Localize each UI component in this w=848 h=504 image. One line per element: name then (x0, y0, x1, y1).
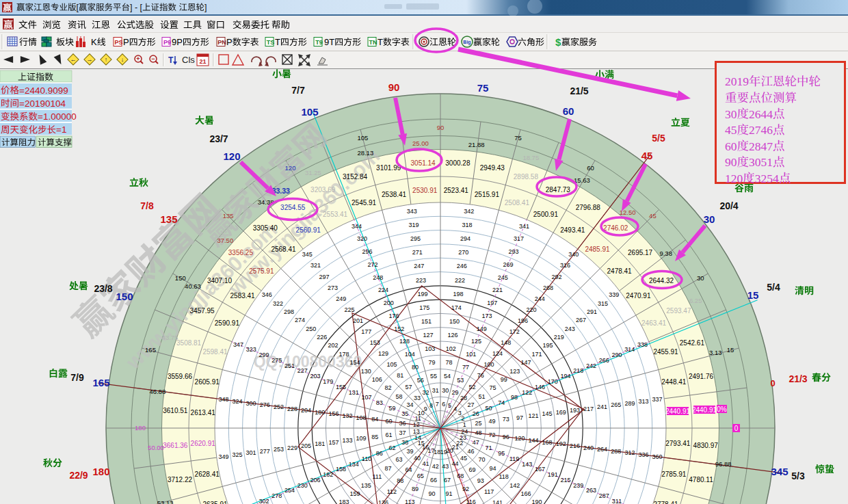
svg-text:193: 193 (570, 407, 580, 414)
svg-text:317: 317 (514, 235, 524, 242)
svg-text:301: 301 (246, 449, 256, 456)
svg-text:180: 180 (135, 424, 146, 432)
svg-text:39: 39 (407, 448, 414, 455)
svg-text:25: 25 (475, 420, 481, 427)
svg-text:116: 116 (466, 499, 476, 504)
svg-text:45: 45 (641, 150, 653, 161)
svg-text:241: 241 (597, 403, 607, 410)
svg-text:2448.41: 2448.41 (661, 378, 687, 386)
svg-text:172: 172 (509, 328, 520, 335)
svg-text:323: 323 (246, 346, 256, 353)
svg-text:2796.88: 2796.88 (576, 204, 601, 211)
svg-text:181: 181 (315, 440, 325, 447)
svg-text:273: 273 (328, 284, 338, 291)
svg-text:299: 299 (259, 352, 269, 358)
svg-text:55: 55 (430, 373, 437, 380)
svg-text:65: 65 (417, 473, 424, 479)
svg-text:166: 166 (520, 490, 531, 497)
svg-text:338: 338 (637, 341, 648, 348)
svg-text:2644.32: 2644.32 (649, 277, 674, 284)
svg-text:99: 99 (501, 376, 507, 383)
svg-text:245: 245 (498, 274, 508, 281)
svg-text:77: 77 (462, 364, 469, 371)
svg-text:0%: 0% (717, 406, 727, 413)
svg-text:2583.41: 2583.41 (230, 292, 256, 300)
svg-text:290: 290 (611, 352, 622, 358)
svg-text:102: 102 (446, 345, 456, 352)
svg-text:217: 217 (583, 406, 594, 412)
svg-text:60: 60 (725, 140, 737, 153)
svg-text:223: 223 (416, 277, 426, 284)
svg-text:3152.84: 3152.84 (343, 173, 368, 181)
svg-text:180: 180 (315, 409, 325, 416)
svg-text:183: 183 (339, 499, 349, 504)
svg-text:26: 26 (473, 410, 479, 417)
svg-text:15: 15 (747, 289, 759, 301)
svg-text:287: 287 (599, 492, 609, 499)
svg-text:218: 218 (573, 367, 583, 374)
svg-text:263: 263 (586, 487, 596, 494)
svg-text:53.13: 53.13 (157, 499, 174, 504)
svg-text:2746.02: 2746.02 (603, 224, 628, 232)
svg-text:63: 63 (395, 456, 402, 463)
svg-text:104: 104 (405, 351, 415, 358)
svg-text:225: 225 (345, 306, 355, 313)
svg-text:121: 121 (528, 412, 538, 419)
svg-text:291: 291 (587, 308, 597, 315)
svg-text:244: 244 (535, 295, 545, 302)
svg-text:93: 93 (477, 477, 484, 484)
svg-text:348: 348 (218, 396, 228, 403)
svg-text:268: 268 (543, 284, 553, 291)
svg-text:40: 40 (414, 455, 421, 462)
svg-text:143: 143 (522, 461, 532, 468)
svg-text:294: 294 (460, 235, 471, 242)
svg-text:100: 100 (484, 361, 494, 368)
svg-text:5: 5 (448, 402, 451, 409)
svg-text:7/9: 7/9 (70, 372, 84, 383)
svg-text:75: 75 (477, 82, 489, 94)
svg-text:97: 97 (516, 414, 523, 421)
svg-text:45: 45 (460, 455, 467, 462)
svg-text:P9: P9 (163, 39, 171, 46)
svg-text:253: 253 (274, 446, 284, 453)
svg-text:48: 48 (475, 429, 481, 436)
svg-text:169: 169 (556, 409, 566, 416)
svg-text:90: 90 (388, 81, 400, 93)
svg-text:3305.40: 3305.40 (253, 224, 278, 232)
svg-text:2470.91: 2470.91 (626, 292, 651, 300)
svg-text:112: 112 (387, 488, 397, 495)
svg-text:155: 155 (336, 384, 346, 390)
svg-text:168: 168 (542, 439, 553, 446)
svg-text:=2440.9099: =2440.9099 (19, 85, 68, 96)
svg-text:135: 135 (361, 482, 371, 489)
svg-text:194: 194 (560, 373, 570, 380)
svg-text:128: 128 (399, 338, 410, 345)
svg-text:145: 145 (542, 410, 553, 417)
svg-text:337: 337 (652, 396, 663, 403)
svg-text:132: 132 (342, 412, 352, 419)
svg-text:2493.41: 2493.41 (560, 226, 585, 234)
svg-text:302: 302 (259, 498, 269, 504)
svg-text:91: 91 (446, 490, 453, 497)
svg-text:29: 29 (451, 389, 458, 396)
svg-text:2793.41: 2793.41 (665, 440, 691, 447)
svg-text:36: 36 (399, 420, 406, 427)
svg-text:21/5: 21/5 (570, 85, 588, 96)
svg-text:45: 45 (649, 212, 657, 220)
svg-text:148: 148 (501, 339, 511, 346)
svg-text:54: 54 (444, 373, 451, 380)
svg-text:319: 319 (408, 222, 419, 228)
svg-text:311: 311 (612, 498, 622, 504)
svg-text:313: 313 (638, 398, 648, 405)
svg-text:27: 27 (467, 401, 474, 408)
svg-text:215: 215 (560, 477, 570, 483)
svg-text:101: 101 (466, 351, 476, 358)
svg-text:277: 277 (260, 448, 270, 455)
svg-text:15: 15 (727, 346, 734, 354)
svg-text:75: 75 (490, 384, 496, 391)
svg-text:0: 0 (770, 378, 775, 388)
svg-text:23/8: 23/8 (94, 283, 112, 294)
svg-text:↓: ↓ (121, 56, 124, 63)
svg-text:75: 75 (514, 134, 522, 142)
svg-text:157: 157 (328, 439, 339, 446)
